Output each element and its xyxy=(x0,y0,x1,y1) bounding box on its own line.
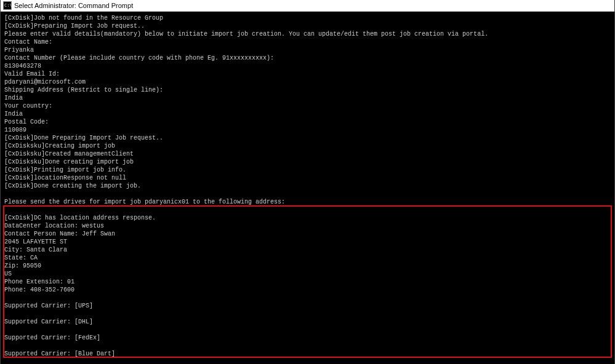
window-title: Select Administrator: Command Prompt xyxy=(14,2,133,9)
terminal-line: [CxDisk]Preparing Import Job request.. xyxy=(4,22,611,30)
terminal-line: Please enter valid details(mandatory) be… xyxy=(4,30,611,38)
terminal-line: Phone Extension: 01 xyxy=(4,278,611,286)
terminal-line: Contact Name: xyxy=(4,38,611,46)
terminal-line: Phone: 408-352-7600 xyxy=(4,286,611,294)
titlebar[interactable]: C:\ Select Administrator: Command Prompt xyxy=(1,0,614,12)
terminal-line: [CxDisksku]Done creating import job xyxy=(4,158,611,166)
terminal-line: Zip: 95050 xyxy=(4,262,611,270)
terminal-line: India xyxy=(4,94,611,102)
terminal-line: [CxDisksku]Creating import job xyxy=(4,142,611,150)
terminal-line xyxy=(4,342,611,350)
terminal-line: Contact Person Name: Jeff Swan xyxy=(4,230,611,238)
terminal-line: pdaryani@microsoft.com xyxy=(4,78,611,86)
terminal-line xyxy=(4,310,611,318)
terminal-line: Valid Email Id: xyxy=(4,70,611,78)
terminal-line: US xyxy=(4,270,611,278)
command-prompt-window: C:\ Select Administrator: Command Prompt… xyxy=(0,0,615,364)
terminal-line xyxy=(4,206,611,214)
terminal-line: 2045 LAFAYETTE ST xyxy=(4,238,611,246)
terminal-line xyxy=(4,294,611,302)
terminal-line: Supported Carrier: [Blue Dart] xyxy=(4,350,611,358)
terminal-line xyxy=(4,326,611,334)
terminal-line: 8130463278 xyxy=(4,62,611,70)
terminal-line: Your country: xyxy=(4,102,611,110)
terminal-line: [CxDisk]Printing import job info. xyxy=(4,166,611,174)
svg-text:C:\: C:\ xyxy=(4,3,12,8)
terminal-area[interactable]: [CxDisk]Job not found in the Resource Gr… xyxy=(1,12,614,364)
terminal-line xyxy=(4,190,611,198)
terminal-line xyxy=(4,358,611,364)
terminal-line: India xyxy=(4,110,611,118)
terminal-line: State: CA xyxy=(4,254,611,262)
terminal-line: Supported Carrier: [FedEx] xyxy=(4,334,611,342)
terminal-line: [CxDisk]Done Preparing Import Job reques… xyxy=(4,134,611,142)
terminal-line: Contact Number (Please include country c… xyxy=(4,54,611,62)
terminal-line: Please send the drives for import job pd… xyxy=(4,198,611,206)
terminal-line: Supported Carrier: [DHL] xyxy=(4,318,611,326)
terminal-line: [CxDisk]DC has location address response… xyxy=(4,214,611,222)
terminal-line: [CxDisk]Done creating the import job. xyxy=(4,182,611,190)
terminal-output: [CxDisk]Job not found in the Resource Gr… xyxy=(1,12,614,364)
terminal-line: Postal Code: xyxy=(4,118,611,126)
terminal-line: 110089 xyxy=(4,126,611,134)
terminal-line: DataCenter location: westus xyxy=(4,222,611,230)
terminal-line: City: Santa Clara xyxy=(4,246,611,254)
terminal-line: Shipping Address (Restrict to single lin… xyxy=(4,86,611,94)
terminal-line: [CxDisk]Job not found in the Resource Gr… xyxy=(4,14,611,22)
cmd-icon: C:\ xyxy=(3,1,12,10)
terminal-line: Priyanka xyxy=(4,46,611,54)
terminal-line: [CxDisk]locationResponse not null xyxy=(4,174,611,182)
terminal-line: Supported Carrier: [UPS] xyxy=(4,302,611,310)
terminal-line: [CxDisksku]Created managementClient xyxy=(4,150,611,158)
